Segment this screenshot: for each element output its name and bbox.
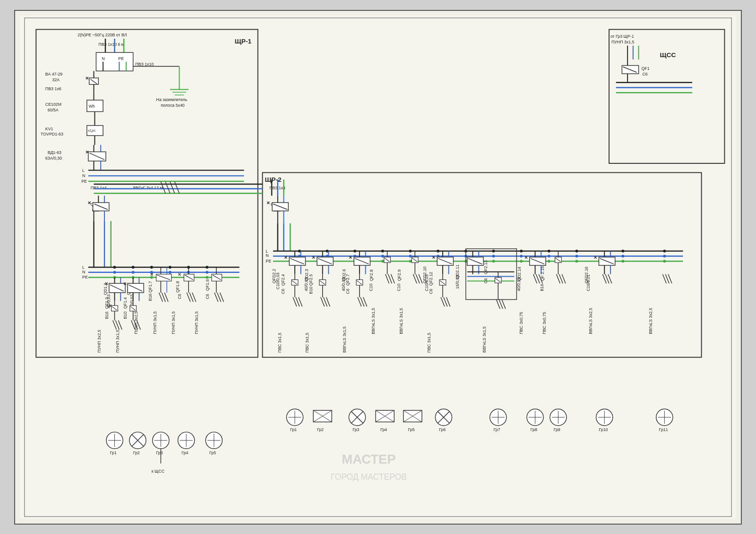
schur1-label: ЩР-1 xyxy=(235,37,252,44)
qf2-8-c10: C10 xyxy=(369,283,373,291)
tovpd-label: TOVPD1-63 xyxy=(41,132,63,136)
ce102m-label: СЕ102М xyxy=(45,102,61,106)
cable-r2-gr3: ВВГнLS 3х1,5 xyxy=(342,326,347,353)
svg-point-191 xyxy=(520,254,523,257)
kv1-label: KV1 xyxy=(45,126,53,131)
svg-rect-7 xyxy=(96,52,133,71)
svg-point-63 xyxy=(169,266,172,269)
watermark-top: МАСТЕР xyxy=(342,451,395,466)
qd2-3-rating: 40/0,03 xyxy=(304,277,309,291)
qf1-6-label: QF1.6 xyxy=(205,279,210,291)
svg-point-193 xyxy=(576,254,578,257)
svg-point-71 xyxy=(206,271,208,273)
cable-gr1: ПУНП 3х2,5 xyxy=(97,330,102,353)
wh-label: Wh xyxy=(89,103,95,108)
gr11-right-label: Гр11 xyxy=(659,427,668,432)
gr9-right-label: Гр9 xyxy=(554,427,560,432)
qf1-3-label: QF1.3 xyxy=(104,297,109,309)
svg-point-61 xyxy=(132,266,135,269)
svg-point-69 xyxy=(169,271,172,273)
l-bus-right: L xyxy=(266,248,268,253)
gr4-right-label: Гр4 xyxy=(380,427,387,432)
schuss-label: ЩСС xyxy=(660,51,676,59)
gr4-left-label: Гр4 xyxy=(181,450,188,455)
svg-point-77 xyxy=(206,276,208,279)
va47-label: ВА 47-29 xyxy=(45,72,62,76)
svg-point-187 xyxy=(409,254,412,257)
qf2-5-label: QF2.5 xyxy=(309,274,313,286)
svg-point-74 xyxy=(150,276,153,279)
svg-point-179 xyxy=(548,249,550,252)
svg-point-204 xyxy=(520,260,523,263)
qf2-5-b10: B10 xyxy=(309,286,313,294)
vd1-63-63a: 63А/0,30 xyxy=(45,156,62,161)
qf2-7-c6: C6 xyxy=(345,288,350,294)
qf2-9-c10: C10 xyxy=(396,283,401,291)
gr5-right-label: Гр5 xyxy=(408,427,415,432)
qfd2-16-rating: C16/0,01 xyxy=(586,274,591,291)
svg-point-194 xyxy=(621,254,624,257)
svg-point-203 xyxy=(492,260,495,263)
polosa: полоса 5х40 xyxy=(161,102,185,107)
qd2-11-rating: 16/0,03 xyxy=(455,275,460,288)
svg-point-199 xyxy=(381,260,384,263)
qf2-8-label: QF2.8 xyxy=(369,269,374,281)
bbgnf-label: ВВГнГ 3х4 12 м xyxy=(133,185,163,190)
schur2-label: ЩР-2 xyxy=(265,176,282,183)
qf1-8-c6: C6 xyxy=(177,294,182,299)
cable-r2-gr2: ПВС 3х1,5 xyxy=(305,332,309,352)
cable-r2-gr7: ВВГнLS 3х1,5 xyxy=(482,326,487,353)
pv3-1x10-label: ПВЗ 1х10 6 м xyxy=(98,42,124,46)
svg-point-186 xyxy=(381,254,384,257)
qf2-12-c6: C6 xyxy=(429,288,433,294)
svg-point-173 xyxy=(381,249,384,252)
svg-point-181 xyxy=(621,249,624,252)
main-switch-pe: PE xyxy=(118,56,124,60)
qfd2-2-rating: C10/0,03 xyxy=(275,272,280,289)
qf1-schuss-label: QF1 xyxy=(641,66,649,71)
input-line-label: 2(N)PE ~50Гц 220В от ВЛ xyxy=(77,33,127,37)
cable-gr3: ПУНП 3х2,5 xyxy=(134,311,138,334)
qf2-4-c6: C6 xyxy=(281,288,285,294)
cable-r2-gr9: ПВС 3х0,75 xyxy=(542,312,547,334)
pe-bus-right: PE xyxy=(266,259,271,263)
cable-r2-gr1: ПВС 3х1,5 xyxy=(277,332,282,352)
pv3-1x6: ПВЗ 1х6 xyxy=(45,86,61,91)
main-switch-n: N xyxy=(102,56,104,60)
svg-point-180 xyxy=(576,249,578,252)
ce102m-60: 60/5А xyxy=(48,108,59,112)
qf1-6-c6: C6 xyxy=(205,294,210,299)
diagram-page: ЩР-1 ЩР-2 ЩСС 2(N)PE ~50Гц 220В от ВЛ ПВ… xyxy=(14,10,742,525)
qd2-6-rating: 40/0,03 xyxy=(341,277,346,291)
na-zazemlitel: На заземлитель xyxy=(156,97,188,102)
svg-point-206 xyxy=(576,260,578,263)
svg-point-177 xyxy=(492,249,495,252)
qf2-4-label: QF2.4 xyxy=(281,274,285,286)
gr2-right-label: Гр2 xyxy=(317,427,324,432)
cable-r2-gr6: ПВС 3х1,5 xyxy=(427,332,431,352)
qf1-3-b16: B16 xyxy=(104,311,109,319)
cable-r2-gr11: ВВГнLS 3х2,5 xyxy=(648,308,653,334)
cable-r2-gr10: ВВГнLS 3х2,5 xyxy=(588,308,593,334)
qf2-13-label: QF2.13 xyxy=(483,260,488,274)
qd2-14-rating: 40/0,03 xyxy=(516,277,521,291)
punp-label: ПУНП 3х1,5 xyxy=(611,39,635,44)
qf2-13-c6: C6 xyxy=(483,278,488,283)
svg-point-67 xyxy=(132,271,135,273)
svg-point-62 xyxy=(150,266,153,269)
n-bus-left: N xyxy=(82,269,85,274)
svg-point-195 xyxy=(663,254,666,257)
qf2-7-label: QF2.7 xyxy=(345,274,350,286)
cable-gr4: ПУНП 3х1,5 xyxy=(153,311,157,334)
svg-point-200 xyxy=(409,260,412,263)
n-label-left: N xyxy=(82,173,85,178)
svg-point-190 xyxy=(492,254,495,257)
qf1-7-label: QF1.7 xyxy=(148,281,153,293)
diagram-container: ЩР-1 ЩР-2 ЩСС 2(N)PE ~50Гц 220В от ВЛ ПВ… xyxy=(20,16,736,519)
svg-point-174 xyxy=(409,249,412,252)
svg-rect-17 xyxy=(89,78,99,85)
cable-gr2: ПУНП 3х1,5 xyxy=(115,330,120,353)
ot-gr3-label: от Гр3 ЩР-1 xyxy=(610,34,634,38)
k-schuss-label: к ЩСС xyxy=(152,469,165,474)
svg-point-178 xyxy=(520,249,523,252)
